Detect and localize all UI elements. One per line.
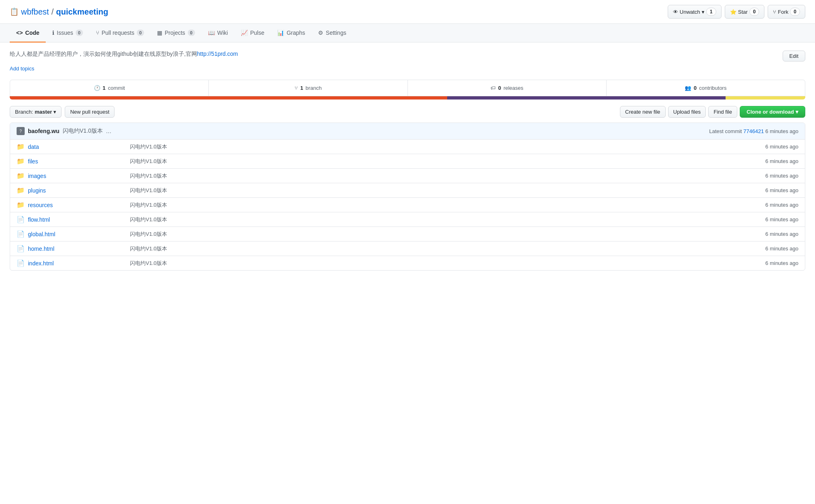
file-table-header: ? baofeng.wu 闪电约V1.0版本 … Latest commit 7… bbox=[10, 123, 805, 140]
find-file-button[interactable]: Find file bbox=[708, 106, 737, 118]
file-commit-message: 闪电约V1.0版本 bbox=[130, 260, 738, 267]
star-count: 0 bbox=[749, 8, 760, 16]
file-name-col: 📄 home.html bbox=[17, 245, 130, 252]
latest-commit-info: ? baofeng.wu 闪电约V1.0版本 … bbox=[17, 127, 112, 135]
tab-code[interactable]: <> Code bbox=[10, 24, 46, 42]
issues-icon: ℹ bbox=[52, 30, 54, 36]
file-link[interactable]: files bbox=[28, 158, 38, 165]
folder-icon: 📁 bbox=[17, 157, 25, 165]
tab-issues[interactable]: ℹ Issues 0 bbox=[46, 24, 89, 42]
stats-bar: 🕐 1 commit ⑂ 1 branch 🏷 0 releases 👥 0 c… bbox=[10, 80, 805, 96]
toolbar-right: Create new file Upload files Find file C… bbox=[620, 106, 805, 118]
repo-description: 给人人都是产品经理的用户，演示如何使用github创建在线原型by浪子,官网ht… bbox=[10, 51, 805, 61]
latest-commit-hash: Latest commit 7746421 6 minutes ago bbox=[709, 128, 798, 134]
branch-selector[interactable]: Branch: master ▾ bbox=[10, 106, 62, 118]
tab-projects[interactable]: ▦ Projects 0 bbox=[151, 24, 202, 42]
code-icon: <> bbox=[16, 30, 23, 36]
add-topics-link[interactable]: Add topics bbox=[10, 66, 805, 72]
file-commit-time: 6 minutes ago bbox=[738, 144, 798, 150]
file-icon: 📄 bbox=[17, 259, 25, 267]
tab-pulse[interactable]: 📈 Pulse bbox=[234, 24, 271, 42]
branches-stat[interactable]: ⑂ 1 branch bbox=[209, 80, 408, 96]
table-row: 📁 resources 闪电约V1.0版本 6 minutes ago bbox=[10, 198, 805, 212]
commit-dots[interactable]: … bbox=[106, 128, 112, 134]
file-link[interactable]: plugins bbox=[28, 187, 46, 194]
toolbar-left: Branch: master ▾ New pull request bbox=[10, 106, 115, 118]
file-commit-time: 6 minutes ago bbox=[738, 231, 798, 237]
file-link[interactable]: global.html bbox=[28, 231, 55, 237]
folder-icon: 📁 bbox=[17, 201, 25, 209]
clone-chevron: ▾ bbox=[796, 109, 798, 115]
pr-badge: 0 bbox=[137, 30, 144, 36]
issues-badge: 0 bbox=[76, 30, 83, 36]
commit-message: 闪电约V1.0版本 bbox=[63, 127, 103, 135]
commits-icon: 🕐 bbox=[94, 85, 100, 91]
avatar: ? bbox=[17, 127, 25, 135]
projects-badge: 0 bbox=[188, 30, 195, 36]
file-name-col: 📁 resources bbox=[17, 201, 130, 209]
file-icon: 📄 bbox=[17, 245, 25, 252]
wiki-icon: 📖 bbox=[208, 30, 215, 36]
fork-icon: ⑂ bbox=[773, 9, 776, 15]
file-commit-time: 6 minutes ago bbox=[738, 202, 798, 208]
settings-icon: ⚙ bbox=[318, 30, 323, 36]
new-pull-request-button[interactable]: New pull request bbox=[65, 106, 115, 118]
table-row: 📁 data 闪电约V1.0版本 6 minutes ago bbox=[10, 140, 805, 154]
file-name-col: 📁 images bbox=[17, 172, 130, 180]
tab-pull-requests[interactable]: ⑂ Pull requests 0 bbox=[89, 24, 151, 42]
repo-name[interactable]: quickmeeting bbox=[56, 7, 108, 17]
nav-tabs: <> Code ℹ Issues 0 ⑂ Pull requests 0 ▦ P… bbox=[0, 24, 815, 42]
table-row: 📁 plugins 闪电约V1.0版本 6 minutes ago bbox=[10, 183, 805, 198]
file-commit-message: 闪电约V1.0版本 bbox=[130, 231, 738, 238]
tab-settings[interactable]: ⚙ Settings bbox=[312, 24, 353, 42]
clone-or-download-button[interactable]: Clone or download ▾ bbox=[740, 106, 805, 118]
contributors-count: 0 bbox=[694, 85, 696, 91]
file-commit-message: 闪电约V1.0版本 bbox=[130, 172, 738, 180]
star-icon: ⭐ bbox=[730, 9, 736, 15]
releases-stat[interactable]: 🏷 0 releases bbox=[408, 80, 607, 96]
lang-bar-segment-html bbox=[10, 96, 447, 100]
branch-chevron: ▾ bbox=[53, 109, 56, 115]
file-commit-message: 闪电约V1.0版本 bbox=[130, 245, 738, 252]
file-name-col: 📄 index.html bbox=[17, 259, 130, 267]
star-button[interactable]: ⭐ Star 0 bbox=[725, 5, 765, 19]
edit-button[interactable]: Edit bbox=[783, 51, 805, 61]
table-row: 📄 flow.html 闪电约V1.0版本 6 minutes ago bbox=[10, 212, 805, 227]
tab-graphs[interactable]: 📊 Graphs bbox=[271, 24, 312, 42]
file-commit-time: 6 minutes ago bbox=[738, 216, 798, 222]
branches-icon: ⑂ bbox=[295, 85, 298, 91]
upload-files-button[interactable]: Upload files bbox=[668, 106, 706, 118]
file-commit-time: 6 minutes ago bbox=[738, 173, 798, 179]
file-commit-message: 闪电约V1.0版本 bbox=[130, 143, 738, 150]
fork-button[interactable]: ⑂ Fork 0 bbox=[768, 5, 805, 19]
file-link[interactable]: images bbox=[28, 173, 46, 179]
file-link[interactable]: flow.html bbox=[28, 216, 50, 223]
file-name-col: 📁 plugins bbox=[17, 186, 130, 194]
unwatch-button[interactable]: 👁 Unwatch ▾ 1 bbox=[668, 5, 722, 19]
table-row: 📄 index.html 闪电约V1.0版本 6 minutes ago bbox=[10, 256, 805, 270]
fork-count: 0 bbox=[790, 8, 800, 16]
folder-icon: 📁 bbox=[17, 186, 25, 194]
description-link[interactable]: http://51prd.com bbox=[197, 51, 238, 57]
tab-wiki[interactable]: 📖 Wiki bbox=[202, 24, 234, 42]
file-commit-time: 6 minutes ago bbox=[738, 260, 798, 266]
repo-owner[interactable]: wbfbest bbox=[21, 7, 49, 17]
description-text: 给人人都是产品经理的用户，演示如何使用github创建在线原型by浪子,官网ht… bbox=[10, 51, 238, 58]
create-new-file-button[interactable]: Create new file bbox=[620, 106, 666, 118]
file-link[interactable]: index.html bbox=[28, 260, 54, 267]
top-bar: 📋 wbfbest / quickmeeting 👁 Unwatch ▾ 1 ⭐… bbox=[0, 0, 815, 24]
releases-icon: 🏷 bbox=[490, 85, 496, 91]
table-row: 📄 home.html 闪电约V1.0版本 6 minutes ago bbox=[10, 241, 805, 256]
file-name-col: 📄 global.html bbox=[17, 230, 130, 238]
lang-bar-segment-javascript bbox=[726, 96, 805, 100]
file-link[interactable]: data bbox=[28, 144, 39, 150]
file-commit-message: 闪电约V1.0版本 bbox=[130, 187, 738, 194]
contributors-stat[interactable]: 👥 0 contributors bbox=[607, 80, 805, 96]
commits-count: 1 bbox=[103, 85, 106, 91]
file-link[interactable]: home.html bbox=[28, 246, 54, 252]
file-link[interactable]: resources bbox=[28, 202, 53, 208]
commit-hash-link[interactable]: 7746421 bbox=[743, 128, 764, 134]
folder-icon: 📁 bbox=[17, 143, 25, 150]
file-icon: 📄 bbox=[17, 216, 25, 223]
commits-stat[interactable]: 🕐 1 commit bbox=[10, 80, 209, 96]
